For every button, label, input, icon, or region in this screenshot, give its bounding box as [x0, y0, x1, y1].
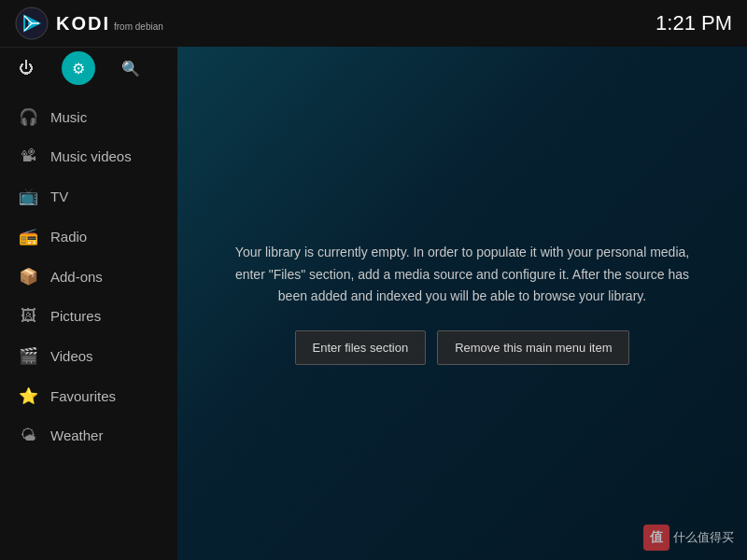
remove-menu-item-button[interactable]: Remove this main menu item	[437, 330, 629, 365]
pictures-icon: 🖼	[19, 307, 37, 326]
sidebar-item-weather-label: Weather	[50, 427, 103, 443]
favourites-icon: ⭐	[19, 386, 37, 406]
addons-icon: 📦	[19, 267, 37, 287]
iconbar: ⏻ ⚙ 🔍	[0, 47, 177, 90]
sidebar-item-addons-label: Add-ons	[50, 269, 103, 285]
library-message: Your library is currently empty. In orde…	[229, 242, 696, 308]
sidebar-item-videos[interactable]: 🎬 Videos	[0, 336, 177, 376]
library-info-box: Your library is currently empty. In orde…	[201, 214, 724, 393]
search-button[interactable]: 🔍	[114, 51, 148, 85]
sidebar-item-addons[interactable]: 📦 Add-ons	[0, 257, 177, 297]
sidebar-item-pictures[interactable]: 🖼 Pictures	[0, 297, 177, 336]
sidebar-item-favourites-label: Favourites	[50, 388, 116, 404]
sidebar-item-weather[interactable]: 🌤 Weather	[0, 416, 177, 455]
watermark: 值 什么值得买	[643, 525, 734, 551]
kodi-sub: from debian	[114, 21, 163, 32]
music-icon: 🎧	[19, 107, 37, 127]
sidebar-item-music[interactable]: 🎧 Music	[0, 97, 177, 137]
clock-display: 1:21 PM	[655, 11, 732, 35]
weather-icon: 🌤	[19, 427, 37, 445]
sidebar-item-music-label: Music	[50, 109, 87, 125]
kodi-brand: KODI	[56, 13, 110, 35]
logo-area: KODI from debian	[15, 7, 163, 40]
music-videos-icon: 📽	[19, 147, 37, 166]
sidebar-item-radio[interactable]: 📻 Radio	[0, 217, 177, 257]
tv-icon: 📺	[19, 187, 37, 206]
videos-icon: 🎬	[19, 346, 37, 366]
watermark-icon: 值	[643, 525, 669, 551]
sidebar-item-music-videos-label: Music videos	[50, 148, 132, 164]
sidebar-item-tv-label: TV	[50, 189, 68, 204]
enter-files-button[interactable]: Enter files section	[295, 330, 427, 365]
power-icon: ⏻	[19, 60, 34, 77]
sidebar-item-tv[interactable]: 📺 TV	[0, 176, 177, 217]
sidebar: 🎧 Music 📽 Music videos 📺 TV 📻 Radio 📦 Ad…	[0, 90, 177, 560]
sidebar-item-radio-label: Radio	[50, 229, 87, 245]
power-button[interactable]: ⏻	[9, 51, 43, 85]
search-icon: 🔍	[121, 60, 140, 77]
settings-icon: ⚙	[72, 60, 85, 77]
radio-icon: 📻	[19, 227, 37, 246]
main-content: Your library is currently empty. In orde…	[177, 47, 747, 560]
kodi-logo-icon	[15, 7, 49, 40]
sidebar-item-favourites[interactable]: ⭐ Favourites	[0, 376, 177, 416]
sidebar-item-videos-label: Videos	[50, 348, 93, 364]
logo-text: KODI from debian	[56, 13, 163, 35]
watermark-text: 什么值得买	[673, 529, 734, 546]
action-buttons: Enter files section Remove this main men…	[229, 330, 696, 365]
sidebar-item-pictures-label: Pictures	[50, 308, 101, 324]
sidebar-item-music-videos[interactable]: 📽 Music videos	[0, 137, 177, 176]
settings-button[interactable]: ⚙	[62, 51, 95, 85]
